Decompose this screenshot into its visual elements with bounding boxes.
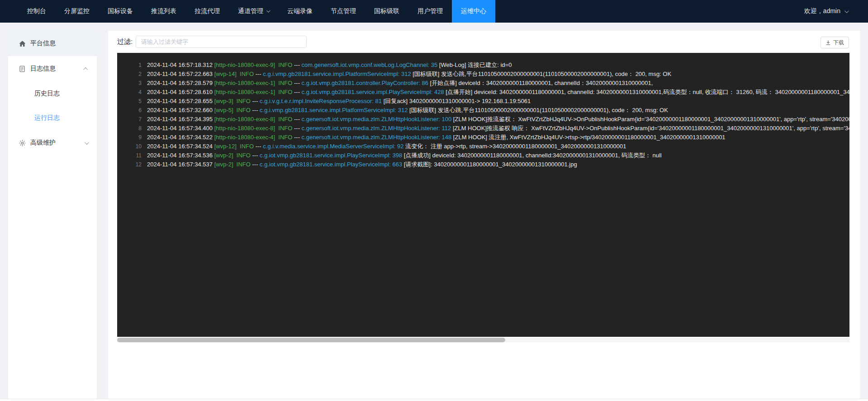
log-timestamp: 2024-11-04 16:57:22.663 bbox=[147, 71, 214, 77]
log-thread: [http-nio-18080-exec-8] bbox=[214, 125, 275, 132]
log-logger: c.g.iot.vmp.gb28181.service.impl.PlaySer… bbox=[302, 89, 444, 95]
log-separator: --- bbox=[292, 80, 301, 86]
log-level: INFO bbox=[233, 152, 251, 159]
nav-item-node-management[interactable]: 节点管理 bbox=[322, 0, 365, 23]
log-message: [ZLM HOOK] 流注册, XwFtVZrtZbHJq4UV->rtsp->… bbox=[451, 134, 725, 141]
log-line: 12024-11-04 16:57:18.312 [http-nio-18080… bbox=[117, 61, 849, 70]
log-level: INFO bbox=[237, 143, 254, 150]
sidebar-item-platform-info[interactable]: 平台信息 bbox=[8, 31, 97, 56]
log-thread: [wvp-3] bbox=[214, 98, 233, 104]
log-line: 22024-11-04 16:57:22.663 [wvp-14] INFO -… bbox=[117, 70, 849, 79]
log-level: INFO bbox=[233, 98, 251, 104]
nav-item-gb-device[interactable]: 国标设备 bbox=[99, 0, 142, 23]
log-level: INFO bbox=[275, 80, 292, 86]
log-line-number: 6 bbox=[117, 106, 142, 115]
nav-item-gb-cascade[interactable]: 国标级联 bbox=[365, 0, 408, 23]
nav-item-channel-management[interactable]: 通道管理 bbox=[229, 0, 278, 23]
log-level: INFO bbox=[237, 71, 254, 77]
nav-item-console[interactable]: 控制台 bbox=[18, 0, 55, 23]
log-logger: c.g.iot.vmp.gb28181.service.impl.PlaySer… bbox=[260, 152, 402, 159]
log-thread: [http-nio-18080-exec-4] bbox=[214, 134, 275, 141]
chevron-down-icon bbox=[844, 9, 849, 13]
log-line-number: 11 bbox=[117, 151, 142, 160]
log-level: INFO bbox=[275, 116, 292, 123]
log-level: INFO bbox=[275, 61, 292, 68]
chevron-up-icon bbox=[83, 67, 88, 71]
page-body: 平台信息日志信息历史日志运行日志高级维护 过滤: 下载 12024-11-04 … bbox=[0, 23, 868, 401]
log-timestamp: 2024-11-04 16:57:28.655 bbox=[147, 98, 214, 104]
user-menu[interactable]: 欢迎，admin bbox=[804, 0, 848, 23]
log-logger: c.g.i.vmp.gb28181.service.impl.PlatformS… bbox=[260, 107, 408, 113]
log-logger: c.g.i.v.media.service.impl.MediaServerSe… bbox=[263, 143, 403, 150]
horizontal-scrollbar-thumb[interactable] bbox=[117, 338, 505, 342]
log-line-number: 7 bbox=[117, 115, 142, 124]
nav-item-pull-stream-proxy[interactable]: 拉流代理 bbox=[185, 0, 229, 23]
log-separator: --- bbox=[251, 107, 260, 113]
horizontal-scrollbar-track[interactable] bbox=[117, 338, 849, 342]
log-line-number: 9 bbox=[117, 133, 142, 142]
log-line: 122024-11-04 16:57:34.537 [wvp-2] INFO -… bbox=[117, 160, 849, 169]
log-separator: --- bbox=[254, 143, 263, 150]
log-message: [请求截图]: 34020000001180000001_34020000001… bbox=[402, 161, 577, 168]
chevron-down-icon bbox=[266, 9, 270, 12]
log-message: [Web-Log] 连接已建立: id=0 bbox=[437, 61, 512, 68]
gear-icon bbox=[18, 139, 26, 147]
log-line-number: 10 bbox=[117, 142, 142, 151]
sidebar-item-log-info[interactable]: 日志信息 bbox=[8, 56, 97, 81]
log-logger: c.genersoft.iot.vmp.media.zlm.ZLMHttpHoo… bbox=[302, 134, 452, 141]
log-thread: [http-nio-18080-exec-8] bbox=[214, 116, 275, 123]
log-separator: --- bbox=[292, 61, 301, 68]
sidebar: 平台信息日志信息历史日志运行日志高级维护 bbox=[8, 31, 97, 399]
nav-item-user-management[interactable]: 用户管理 bbox=[408, 0, 452, 23]
log-level: INFO bbox=[275, 125, 292, 132]
log-line: 72024-11-04 16:57:34.395 [http-nio-18080… bbox=[117, 115, 849, 124]
nav-item-ops-center[interactable]: 运维中心 bbox=[452, 0, 495, 23]
log-timestamp: 2024-11-04 16:57:34.395 bbox=[147, 116, 214, 123]
log-timestamp: 2024-11-04 16:57:28.579 bbox=[147, 80, 214, 86]
log-thread: [wvp-5] bbox=[214, 107, 233, 113]
log-line-number: 4 bbox=[117, 88, 142, 97]
log-separator: --- bbox=[251, 98, 260, 104]
sidebar-subitem-running-log[interactable]: 运行日志 bbox=[8, 106, 97, 130]
log-separator: --- bbox=[292, 116, 301, 123]
log-timestamp: 2024-11-04 16:57:28.610 bbox=[147, 89, 214, 95]
navbar-items: 控制台分屏监控国标设备推流列表拉流代理通道管理云端录像节点管理国标级联用户管理运… bbox=[18, 0, 495, 23]
sidebar-item-advanced-maintenance[interactable]: 高级维护 bbox=[8, 130, 97, 156]
log-timestamp: 2024-11-04 16:57:18.312 bbox=[147, 61, 214, 68]
download-button[interactable]: 下载 bbox=[821, 37, 849, 48]
log-thread: [wvp-2] bbox=[214, 152, 233, 159]
nav-item-push-stream-list[interactable]: 推流列表 bbox=[142, 0, 185, 23]
filter-toolbar: 过滤: 下载 bbox=[108, 31, 860, 53]
log-logger: c.g.iot.vmp.gb28181.service.impl.PlaySer… bbox=[260, 161, 402, 168]
log-timestamp: 2024-11-04 16:57:34.400 bbox=[147, 125, 214, 132]
log-console[interactable]: 12024-11-04 16:57:18.312 [http-nio-18080… bbox=[117, 53, 849, 337]
log-timestamp: 2024-11-04 16:57:34.536 bbox=[147, 152, 214, 159]
log-logger: c.g.iot.vmp.gb28181.controller.PlayContr… bbox=[302, 80, 428, 86]
log-level: INFO bbox=[233, 107, 251, 113]
log-timestamp: 2024-11-04 16:57:34.524 bbox=[147, 143, 214, 150]
log-message: [国标级联] 发送心跳,平台11010500002000000001(11010… bbox=[411, 71, 672, 77]
log-thread: [wvp-2] bbox=[214, 161, 233, 168]
welcome-text: 欢迎，admin bbox=[804, 7, 840, 15]
filter-input[interactable] bbox=[136, 36, 307, 48]
log-line-number: 1 bbox=[117, 61, 142, 70]
nav-item-cloud-recording[interactable]: 云端录像 bbox=[278, 0, 322, 23]
log-thread: [http-nio-18080-exec-1] bbox=[214, 89, 275, 95]
log-logger: c.g.i.vmp.gb28181.service.impl.PlatformS… bbox=[263, 71, 411, 77]
document-icon bbox=[18, 65, 26, 73]
log-separator: --- bbox=[292, 125, 301, 132]
log-thread: [wvp-14] bbox=[214, 71, 237, 77]
log-line-number: 5 bbox=[117, 97, 142, 106]
sidebar-subitem-history-log[interactable]: 历史日志 bbox=[8, 81, 97, 106]
log-logger: com.genersoft.iot.vmp.conf.webLog.LogCha… bbox=[302, 61, 438, 68]
log-level: INFO bbox=[275, 89, 292, 95]
log-line: 82024-11-04 16:57:34.400 [http-nio-18080… bbox=[117, 124, 849, 133]
log-message: [开始点播] deviceId：34020000001180000001, ch… bbox=[428, 80, 653, 86]
log-timestamp: 2024-11-04 16:57:32.660 bbox=[147, 107, 214, 113]
sidebar-item-label: 日志信息 bbox=[30, 65, 56, 73]
log-level: INFO bbox=[233, 161, 251, 168]
log-thread: [http-nio-18080-exec-9] bbox=[214, 61, 275, 68]
nav-item-split-monitor[interactable]: 分屏监控 bbox=[55, 0, 99, 23]
log-line: 42024-11-04 16:57:28.610 [http-nio-18080… bbox=[117, 88, 849, 97]
log-separator: --- bbox=[292, 89, 301, 95]
